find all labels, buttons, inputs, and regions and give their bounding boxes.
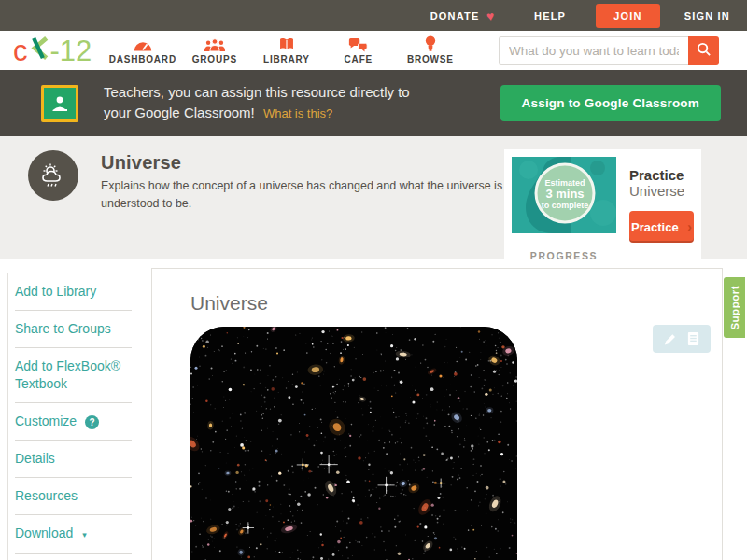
- svg-text:3 mins: 3 mins: [545, 187, 584, 201]
- earth-science-weather-icon: [28, 150, 78, 201]
- what-is-this-link[interactable]: What is this?: [263, 106, 332, 120]
- chevron-right-icon: ›: [687, 219, 692, 234]
- customize-label: Customize: [15, 413, 77, 428]
- help-link[interactable]: HELP: [534, 10, 566, 21]
- practice-card: Estimated 3 mins to complete Practice Un…: [504, 149, 701, 270]
- primary-nav: DASHBOARD GROUPS: [106, 36, 466, 64]
- content-edit-toolbar: [653, 325, 711, 353]
- dashboard-gauge-icon: [106, 36, 178, 52]
- library-book-icon: [250, 36, 322, 52]
- nav-item-library[interactable]: LIBRARY: [250, 36, 322, 64]
- practice-thumbnail[interactable]: Estimated 3 mins to complete: [512, 157, 616, 233]
- ck12-logo[interactable]: c -12: [13, 35, 92, 65]
- progress-label: PROGRESS: [512, 250, 616, 261]
- practice-word: Practice: [629, 167, 684, 183]
- logo-suffix: -12: [50, 36, 92, 65]
- support-tab-label: Support: [729, 286, 740, 330]
- browse-bulb-icon: [394, 36, 466, 52]
- assign-to-classroom-button[interactable]: Assign to Google Classroom: [500, 85, 721, 121]
- lesson-content-card: Universe: [151, 268, 723, 560]
- site-search: [499, 36, 719, 65]
- search-icon: [696, 41, 712, 60]
- sidebar-item-details[interactable]: Details: [15, 440, 132, 477]
- practice-button[interactable]: Practice ›: [629, 211, 694, 243]
- lesson-title: Universe: [190, 292, 722, 315]
- resource-title: Universe: [101, 152, 181, 174]
- nav-item-groups[interactable]: GROUPS: [178, 36, 250, 64]
- donate-link[interactable]: DONATE ♥: [430, 8, 495, 23]
- quick-tips-heading[interactable]: Quick Tips: [15, 553, 132, 560]
- sidebar-item-resources[interactable]: Resources: [15, 477, 132, 514]
- nav-label: CAFE: [322, 54, 394, 64]
- nav-label: BROWSE: [394, 54, 466, 64]
- svg-text:to complete: to complete: [542, 201, 589, 210]
- main-navbar: c -12 DASHBOARD: [0, 31, 747, 70]
- nav-item-dashboard[interactable]: DASHBOARD: [106, 36, 178, 64]
- sidebar-item-download[interactable]: Download ▾: [15, 514, 132, 553]
- search-input[interactable]: [499, 36, 688, 65]
- nav-label: GROUPS: [178, 54, 250, 64]
- logo-k-icon: [29, 35, 49, 65]
- practice-button-label: Practice: [631, 220, 679, 234]
- practice-subject: Universe: [629, 183, 684, 199]
- top-utility-bar: DONATE ♥ HELP JOIN SIGN IN: [0, 0, 747, 31]
- groups-people-icon: [178, 36, 250, 52]
- nav-item-browse[interactable]: BROWSE: [394, 36, 466, 64]
- heart-icon: ♥: [486, 7, 496, 23]
- starfield-canvas: [190, 327, 517, 560]
- resource-sidebar: Add to Library Share to Groups Add to Fl…: [7, 273, 132, 560]
- search-button[interactable]: [688, 36, 719, 65]
- donate-label: DONATE: [430, 10, 480, 21]
- universe-starfield-image: [190, 327, 517, 560]
- nav-label: DASHBOARD: [106, 54, 178, 64]
- logo-c: c: [13, 36, 28, 65]
- cafe-chat-icon: [322, 36, 394, 52]
- google-classroom-banner: Teachers, you can assign this resource d…: [0, 70, 747, 136]
- sidebar-item-add-to-flexbook[interactable]: Add to FlexBook® Textbook: [15, 347, 132, 402]
- sidebar-item-add-to-library[interactable]: Add to Library: [15, 273, 132, 310]
- support-tab[interactable]: Support: [724, 277, 745, 338]
- join-button[interactable]: JOIN: [596, 4, 659, 28]
- edit-pencil-icon[interactable]: [663, 332, 677, 346]
- sidebar-item-customize[interactable]: Customize ?: [15, 402, 132, 440]
- banner-message: Teachers, you can assign this resource d…: [104, 82, 410, 124]
- notes-document-icon[interactable]: [686, 331, 700, 346]
- banner-line2: your Google Classroom!: [104, 105, 255, 120]
- practice-card-title: Practice Universe: [629, 167, 694, 199]
- caret-down-icon: ▾: [82, 530, 87, 539]
- download-label: Download: [15, 525, 73, 540]
- resource-description: Explains how the concept of a universe h…: [101, 177, 572, 213]
- sidebar-item-share-to-groups[interactable]: Share to Groups: [15, 310, 132, 347]
- sign-in-link[interactable]: SIGN IN: [684, 10, 730, 21]
- google-classroom-icon: [41, 85, 78, 122]
- nav-label: LIBRARY: [250, 54, 322, 64]
- nav-item-cafe[interactable]: CAFE: [322, 36, 394, 64]
- help-question-icon[interactable]: ?: [85, 415, 99, 429]
- banner-line1: Teachers, you can assign this resource d…: [104, 82, 410, 103]
